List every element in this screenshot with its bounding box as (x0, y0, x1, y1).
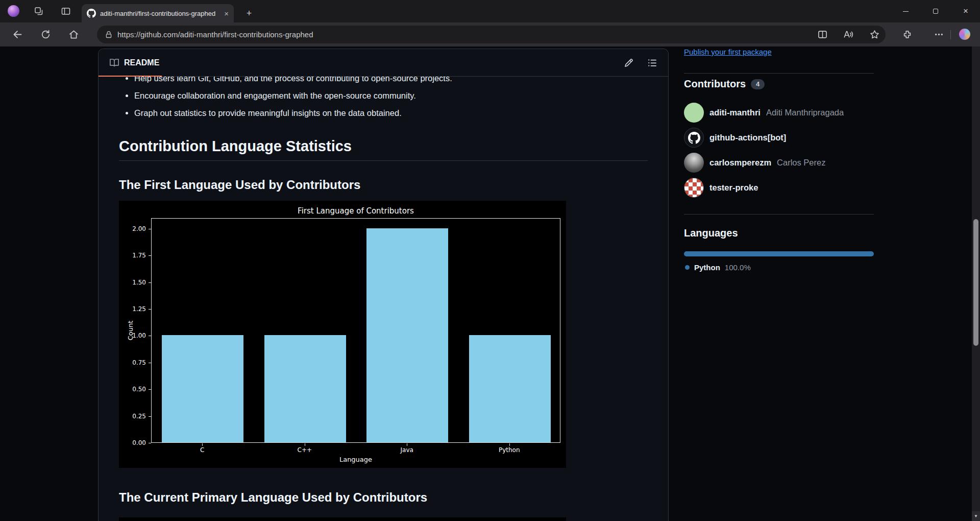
extensions-icon[interactable] (902, 29, 913, 40)
browser-tab[interactable]: aditi-manthri/first-contributions-graphe… (82, 4, 234, 22)
y-tick-mark (149, 229, 151, 229)
readme-bullet: Graph out statistics to provide meaningf… (134, 104, 648, 122)
contributors-title: Contributors (684, 78, 746, 90)
favorites-star-icon[interactable] (869, 29, 880, 40)
browser-toolbar: https://github.com/aditi-manthri/first-c… (0, 22, 980, 46)
tab-title: aditi-manthri/first-contributions-graphe… (100, 10, 215, 17)
browser-window: aditi-manthri/first-contributions-graphe… (0, 0, 980, 521)
lock-icon[interactable] (105, 31, 112, 38)
url-text[interactable]: https://github.com/aditi-manthri/first-c… (117, 30, 313, 39)
contributor-login[interactable]: github-actions[bot] (709, 133, 786, 143)
language-dot-icon (685, 265, 690, 270)
chart-plot-area (151, 218, 560, 443)
y-tick-label: 1.25 (119, 305, 146, 313)
page-scrollbar[interactable]: ▼ (972, 46, 980, 521)
contributors-heading: Contributors 4 (684, 78, 765, 90)
browser-titlebar: aditi-manthri/first-contributions-graphe… (0, 0, 980, 22)
readme-header: README (99, 49, 668, 77)
edit-pencil-icon[interactable] (624, 58, 633, 67)
x-tick-mark (509, 443, 510, 446)
github-page: Help users learn Git, GitHub, and the pr… (0, 46, 980, 521)
chart-bar-C++ (264, 335, 346, 442)
address-bar[interactable]: https://github.com/aditi-manthri/first-c… (97, 26, 886, 43)
sidebar-divider (684, 214, 874, 215)
chart-bar-C (162, 335, 243, 442)
section-heading: Contribution Language Statistics (119, 137, 648, 161)
contributor-row[interactable]: github-actions[bot] (684, 128, 874, 148)
contributor-name: Carlos Perez (777, 158, 825, 168)
split-screen-icon[interactable] (817, 29, 828, 40)
y-tick-label: 0.75 (119, 359, 146, 367)
x-tick-mark (305, 443, 305, 446)
contributor-row[interactable]: carlosmperezm Carlos Perez (684, 153, 874, 173)
y-tick-mark (149, 443, 151, 443)
chart-x-axis-label: Language (151, 456, 560, 463)
back-icon[interactable] (12, 29, 23, 40)
readme-tab-label[interactable]: README (124, 58, 159, 67)
language-name[interactable]: Python (694, 263, 720, 272)
workspaces-icon[interactable] (34, 6, 44, 16)
current-language-chart-partial (119, 517, 566, 521)
avatar[interactable] (684, 103, 704, 123)
avatar[interactable] (684, 178, 704, 198)
github-favicon-icon (87, 9, 96, 18)
scroll-down-arrow-icon[interactable]: ▼ (972, 511, 980, 521)
avatar[interactable] (684, 128, 704, 148)
y-tick-label: 0.25 (119, 412, 146, 420)
chart-title: First Language of Contributors (151, 206, 560, 216)
avatar[interactable] (684, 153, 704, 173)
settings-more-icon[interactable] (934, 29, 944, 40)
copilot-icon[interactable] (959, 29, 970, 40)
x-tick-mark (407, 443, 407, 446)
new-tab-button[interactable]: + (243, 7, 255, 19)
contributors-list: aditi-manthri Aditi Manthripragada githu… (684, 103, 874, 198)
y-tick-mark (149, 282, 151, 283)
readme-content: Help users learn Git, GitHub, and the pr… (119, 69, 648, 521)
refresh-icon[interactable] (40, 29, 51, 40)
y-tick-mark (149, 336, 151, 336)
contributor-row[interactable]: tester-proke (684, 178, 874, 198)
tab-actions-icon[interactable] (61, 6, 71, 16)
language-legend-row[interactable]: Python 100.0% (685, 263, 751, 272)
x-tick-label: C++ (284, 446, 325, 454)
y-tick-mark (149, 416, 151, 417)
browser-profile-avatar[interactable] (8, 5, 19, 17)
y-tick-label: 1.00 (119, 331, 146, 340)
x-tick-label: Python (489, 446, 530, 454)
y-tick-mark (149, 363, 151, 363)
read-aloud-icon[interactable] (843, 29, 854, 40)
contributor-row[interactable]: aditi-manthri Aditi Manthripragada (684, 103, 874, 123)
subheading-current-language: The Current Primary Language Used by Con… (119, 490, 648, 505)
readme-bullet-list: Help users learn Git, GitHub, and the pr… (119, 69, 648, 122)
subheading-first-language: The First Language Used by Contributors (119, 177, 648, 192)
x-tick-mark (202, 443, 203, 446)
y-tick-mark (149, 255, 151, 256)
contributor-login[interactable]: tester-proke (709, 183, 758, 193)
readme-card: Help users learn Git, GitHub, and the pr… (98, 49, 669, 521)
sidebar-divider (684, 73, 874, 74)
window-minimize-button[interactable] (894, 0, 917, 22)
scrollbar-thumb[interactable] (973, 219, 978, 346)
languages-title: Languages (684, 227, 738, 239)
contributor-login[interactable]: carlosmperezm (709, 158, 771, 168)
window-maximize-button[interactable] (924, 0, 947, 22)
language-bar[interactable] (684, 251, 874, 256)
readme-bullet: Encourage collaboration and engagement w… (134, 87, 648, 104)
outline-list-icon[interactable] (648, 58, 657, 67)
x-tick-label: Java (386, 446, 427, 454)
repo-sidebar: Publish your first package Contributors … (684, 46, 874, 521)
y-tick-label: 1.50 (119, 278, 146, 287)
home-icon[interactable] (68, 29, 79, 40)
y-tick-label: 2.00 (119, 225, 146, 233)
y-tick-mark (149, 309, 151, 310)
contributor-login[interactable]: aditi-manthri (709, 108, 761, 117)
book-icon (110, 58, 119, 67)
chart-bar-Java (366, 228, 448, 442)
publish-package-link[interactable]: Publish your first package (684, 48, 772, 56)
window-close-button[interactable]: × (954, 0, 977, 22)
y-tick-label: 0.50 (119, 385, 146, 393)
y-tick-mark (149, 389, 151, 390)
contributor-name: Aditi Manthripragada (766, 108, 844, 117)
tab-close-icon[interactable]: × (224, 10, 229, 17)
y-tick-label: 1.75 (119, 251, 146, 259)
